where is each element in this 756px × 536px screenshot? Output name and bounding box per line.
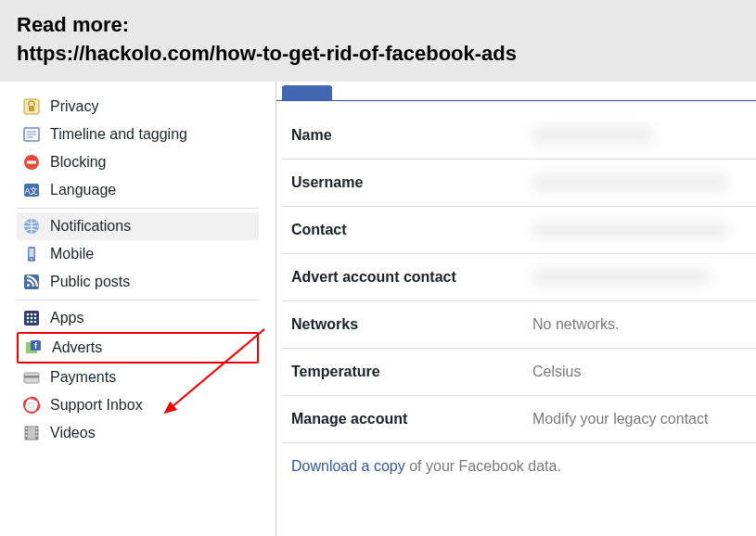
- mobile-icon: [22, 245, 41, 263]
- sidebar: Privacy Timeline and tagging Blocking A文…: [0, 82, 276, 536]
- row-label: Temperature: [291, 364, 532, 380]
- svg-rect-7: [27, 160, 36, 163]
- row-value: Modify your legacy contact: [532, 411, 747, 428]
- sidebar-group-privacy: Privacy Timeline and tagging Blocking A文…: [17, 89, 259, 209]
- blurred-value: [532, 222, 727, 238]
- apps-icon: [22, 309, 41, 327]
- sidebar-item-label: Privacy: [50, 98, 98, 115]
- row-label: Advert account contact: [291, 269, 532, 286]
- payments-icon: [22, 368, 41, 387]
- svg-point-21: [31, 316, 33, 319]
- sidebar-item-adverts[interactable]: f Adverts: [17, 332, 259, 364]
- svg-point-23: [27, 320, 30, 323]
- sidebar-item-label: Timeline and tagging: [50, 126, 187, 143]
- download-link[interactable]: Download a copy: [291, 458, 405, 474]
- blurred-value: [532, 269, 709, 286]
- sidebar-item-timeline[interactable]: Timeline and tagging: [17, 121, 259, 148]
- language-icon: A文: [22, 181, 41, 199]
- row-label: Manage account: [291, 411, 532, 428]
- header-banner: Read more: https://hackolo.com/how-to-ge…: [0, 0, 756, 82]
- sidebar-item-label: Mobile: [50, 246, 94, 262]
- timeline-icon: [22, 125, 41, 144]
- svg-point-20: [27, 316, 30, 319]
- svg-point-22: [34, 316, 37, 319]
- svg-point-15: [27, 284, 30, 287]
- sidebar-group-apps: Apps f Adverts Payments Support Inbox: [17, 300, 259, 451]
- sidebar-item-blocking[interactable]: Blocking: [17, 148, 259, 176]
- row-label: Networks: [291, 316, 532, 333]
- sidebar-item-mobile[interactable]: Mobile: [17, 240, 259, 268]
- row-value: [532, 174, 747, 191]
- svg-point-13: [31, 258, 32, 260]
- svg-rect-38: [26, 435, 28, 437]
- sidebar-item-videos[interactable]: Videos: [17, 419, 259, 447]
- sidebar-item-label: Adverts: [52, 339, 102, 356]
- row-label: Name: [291, 127, 532, 144]
- support-icon: [22, 396, 41, 415]
- svg-point-25: [34, 320, 37, 323]
- svg-point-32: [29, 402, 34, 408]
- sidebar-item-apps[interactable]: Apps: [17, 304, 259, 332]
- sidebar-item-payments[interactable]: Payments: [17, 364, 259, 391]
- sidebar-item-language[interactable]: A文 Language: [17, 176, 259, 204]
- row-label: Contact: [291, 222, 532, 238]
- row-contact[interactable]: Contact: [282, 207, 756, 254]
- row-value: No networks.: [532, 316, 747, 333]
- sidebar-item-label: Payments: [50, 369, 116, 386]
- sidebar-item-label: Blocking: [50, 154, 106, 171]
- row-advert-contact[interactable]: Advert account contact: [282, 254, 756, 301]
- svg-point-18: [31, 313, 33, 315]
- sidebar-item-label: Notifications: [50, 218, 131, 235]
- block-icon: [22, 153, 41, 172]
- svg-rect-39: [36, 428, 38, 429]
- videos-icon: [22, 424, 41, 442]
- active-tab-marker[interactable]: [282, 85, 332, 100]
- banner-text: Read more: https://hackolo.com/how-to-ge…: [17, 11, 739, 69]
- svg-rect-36: [26, 428, 28, 429]
- svg-text:A文: A文: [24, 186, 38, 196]
- svg-point-24: [31, 320, 33, 323]
- download-rest: of your Facebook data.: [405, 458, 561, 474]
- sidebar-item-public-posts[interactable]: Public posts: [17, 268, 259, 296]
- row-networks[interactable]: Networks No networks.: [282, 301, 756, 349]
- svg-rect-37: [26, 431, 28, 433]
- row-label: Username: [291, 174, 532, 191]
- main-panel: Name Username Contact Advert account con…: [276, 82, 756, 536]
- row-value: [532, 127, 747, 144]
- row-username[interactable]: Username: [282, 160, 756, 207]
- adverts-icon: f: [24, 338, 43, 357]
- globe-icon: [22, 217, 41, 236]
- svg-rect-41: [36, 435, 38, 437]
- sidebar-item-notifications[interactable]: Notifications: [17, 212, 259, 240]
- sidebar-item-label: Language: [50, 182, 116, 198]
- sidebar-item-label: Videos: [50, 425, 96, 441]
- svg-point-19: [34, 313, 37, 315]
- sidebar-item-label: Support Inbox: [50, 397, 143, 414]
- download-line: Download a copy of your Facebook data.: [282, 443, 756, 490]
- blurred-value: [532, 174, 727, 191]
- row-value: [532, 269, 747, 286]
- sidebar-item-label: Public posts: [50, 274, 130, 290]
- tab-bar: [276, 85, 756, 101]
- svg-rect-40: [36, 431, 38, 433]
- svg-point-17: [27, 313, 30, 315]
- row-value: [532, 222, 747, 238]
- sidebar-item-support[interactable]: Support Inbox: [17, 391, 259, 419]
- sidebar-item-label: Apps: [50, 310, 83, 326]
- row-manage-account[interactable]: Manage account Modify your legacy contac…: [282, 396, 756, 443]
- rss-icon: [22, 273, 41, 291]
- svg-rect-1: [29, 106, 34, 111]
- svg-rect-12: [30, 249, 34, 257]
- row-temperature[interactable]: Temperature Celsius: [282, 349, 756, 396]
- row-value: Celsius: [532, 364, 747, 380]
- blurred-value: [532, 127, 653, 144]
- lock-icon: [22, 97, 41, 116]
- row-name[interactable]: Name: [282, 112, 756, 160]
- svg-rect-30: [24, 376, 39, 378]
- sidebar-group-notifications: Notifications Mobile Public posts: [17, 209, 259, 300]
- sidebar-item-privacy[interactable]: Privacy: [17, 93, 259, 121]
